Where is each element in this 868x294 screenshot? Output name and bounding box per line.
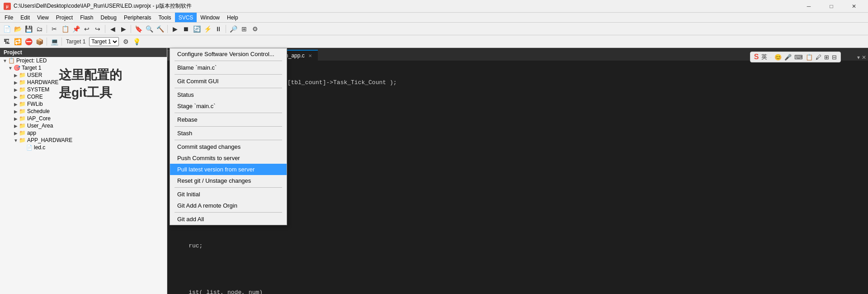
- tree-item-schedule[interactable]: ▶ 📁 Schedule: [0, 108, 167, 115]
- menu-tools[interactable]: Tools: [155, 13, 175, 22]
- tree-item-userarea[interactable]: ▶ 📁 User_Area: [0, 122, 167, 129]
- chevron-down-icon[interactable]: ▾: [857, 54, 860, 61]
- menu-help[interactable]: Help: [223, 13, 242, 22]
- tree-item-app[interactable]: ▶ 📁 app: [0, 129, 167, 137]
- ime-voice[interactable]: 🎤: [784, 54, 792, 61]
- tabs-chevron[interactable]: ▾ ✕: [857, 54, 868, 61]
- tree-label: Target 1: [22, 65, 41, 71]
- menu-blame[interactable]: Blame `main.c`: [170, 62, 287, 73]
- ime-pen[interactable]: 🖊: [816, 54, 821, 61]
- debug-stop-btn[interactable]: ⏹: [181, 24, 191, 34]
- new-file-btn[interactable]: 📄: [2, 24, 12, 34]
- debug-start-btn[interactable]: ▶: [170, 24, 180, 34]
- tab-close[interactable]: ✕: [307, 52, 313, 59]
- close-button[interactable]: ✕: [844, 0, 864, 13]
- menu-commit-staged[interactable]: Commit staged changes: [170, 141, 287, 152]
- ime-keyboard[interactable]: ⌨: [794, 54, 803, 61]
- tree-item-ledc[interactable]: 📄 led.c: [0, 144, 167, 151]
- expand-arrow: ▶: [13, 115, 19, 122]
- menu-flash[interactable]: Flash: [76, 13, 97, 22]
- sep7: [175, 187, 282, 188]
- rebuild-btn[interactable]: 🔁: [13, 37, 23, 47]
- menu-peripherals[interactable]: Peripherals: [120, 13, 155, 22]
- toolbar-1: 📄 📂 💾 🗂 ✂ 📋 📌 ↩ ↪ ◀ ▶ 🔖 🔍 🔨 ▶ ⏹ 🔄 ⚡ ⏸ 🔎 …: [0, 23, 868, 35]
- settings-btn[interactable]: ⚙: [250, 24, 260, 34]
- bookmark-btn[interactable]: 🔖: [133, 24, 143, 34]
- close-all-icon[interactable]: ✕: [862, 54, 866, 61]
- open-btn[interactable]: 📂: [13, 24, 23, 34]
- menu-stage[interactable]: Stage `main.c`: [170, 100, 287, 112]
- find-btn[interactable]: 🔍: [144, 24, 154, 34]
- build2-btn[interactable]: 🏗: [2, 37, 12, 47]
- menu-edit[interactable]: Edit: [17, 13, 33, 22]
- expand-arrow: ▶: [13, 108, 19, 114]
- folder-icon: 📁: [19, 101, 26, 107]
- sep5: [226, 25, 226, 33]
- ime-bar[interactable]: S 英 · 😊 🎤 ⌨ 📋 🖊 ⊞ ⊟: [750, 52, 841, 62]
- menu-configure-svcs[interactable]: Configure Software Version Control...: [170, 48, 287, 60]
- ime-sep: ·: [770, 54, 772, 61]
- stop-build-btn[interactable]: ⛔: [24, 37, 33, 47]
- copy-btn[interactable]: 📋: [60, 24, 70, 34]
- cut-btn[interactable]: ✂: [49, 24, 59, 34]
- tree-item-project[interactable]: ▼ 📋 Project: LED: [0, 57, 167, 64]
- save-btn[interactable]: 💾: [24, 24, 33, 34]
- menu-git-commit-gui[interactable]: Git Commit GUI: [170, 76, 287, 87]
- build-btn[interactable]: 🔨: [155, 24, 165, 34]
- chinese-line1: 这里配置的: [59, 66, 122, 84]
- window-btn[interactable]: ⊞: [239, 24, 249, 34]
- debug-reset-btn[interactable]: 🔄: [192, 24, 202, 34]
- menu-window[interactable]: Window: [197, 13, 223, 22]
- target-label: Target 1: [64, 38, 87, 45]
- folder-icon: 📁: [19, 86, 26, 93]
- save-all-btn[interactable]: 🗂: [34, 24, 44, 34]
- menu-view[interactable]: View: [33, 13, 52, 22]
- nav-fwd-btn[interactable]: ▶: [118, 24, 128, 34]
- menu-pull-latest[interactable]: Pull latest version from server: [170, 164, 287, 175]
- menu-stash[interactable]: Stash: [170, 128, 287, 139]
- manage-btn[interactable]: ⚙: [121, 37, 131, 47]
- menu-reset-git[interactable]: Reset git / Unstage changes: [170, 175, 287, 186]
- target-select[interactable]: 📦: [34, 37, 44, 47]
- nav-back-btn[interactable]: ◀: [108, 24, 118, 34]
- ime-emoji[interactable]: 😊: [774, 54, 782, 61]
- code-line: ist( list, node, num): [167, 288, 868, 294]
- sep2: [175, 74, 282, 75]
- debug-halt-btn[interactable]: ⏸: [213, 24, 223, 34]
- menu-git-initial[interactable]: Git Initial: [170, 189, 287, 200]
- tree-item-fwlib[interactable]: ▶ 📁 FWLib: [0, 100, 167, 108]
- minimize-button[interactable]: ─: [798, 0, 819, 13]
- folder-icon: 📁: [19, 115, 26, 122]
- ime-lang[interactable]: 英: [761, 53, 767, 61]
- folder-icon: 📁: [19, 72, 26, 78]
- tree-item-apphw[interactable]: ▼ 📁 APP_HARDWARE: [0, 137, 167, 144]
- menu-rebase[interactable]: Rebase: [170, 114, 287, 125]
- ime-grid2[interactable]: ⊟: [832, 54, 837, 61]
- tree-label: Project: LED: [16, 57, 47, 64]
- menu-file[interactable]: File: [1, 13, 17, 22]
- ime-grid1[interactable]: ⊞: [824, 54, 829, 61]
- redo-btn[interactable]: ↪: [93, 24, 103, 34]
- menu-debug[interactable]: Debug: [97, 13, 120, 22]
- chinese-overlay: 这里配置的 是git工具: [59, 66, 122, 101]
- folder-icon: 📁: [19, 123, 26, 129]
- tree-item-iapcore[interactable]: ▶ 📁 IAP_Core: [0, 115, 167, 122]
- paste-btn[interactable]: 📌: [71, 24, 81, 34]
- chip-btn[interactable]: 💻: [49, 37, 59, 47]
- menu-svcs[interactable]: SVCS: [175, 13, 197, 22]
- expand-arrow: ▶: [13, 130, 19, 136]
- tree-label: HARDWARE: [27, 79, 59, 85]
- menu-status[interactable]: Status: [170, 89, 287, 100]
- led-btn[interactable]: 💡: [132, 37, 142, 47]
- menu-git-add-remote[interactable]: Git Add A remote Orgin: [170, 200, 287, 211]
- undo-btn[interactable]: ↩: [82, 24, 92, 34]
- debug-run-btn[interactable]: ⚡: [203, 24, 212, 34]
- target-dropdown[interactable]: Target 1: [89, 37, 119, 46]
- menu-push-commits[interactable]: Push Commits to server: [170, 152, 287, 164]
- menu-git-add-all[interactable]: Git add All: [170, 213, 287, 225]
- zoom-btn[interactable]: 🔎: [228, 24, 238, 34]
- maximize-button[interactable]: □: [821, 0, 842, 13]
- ime-clipboard[interactable]: 📋: [806, 54, 813, 61]
- folder-icon: 📁: [19, 108, 26, 114]
- menu-project[interactable]: Project: [52, 13, 76, 22]
